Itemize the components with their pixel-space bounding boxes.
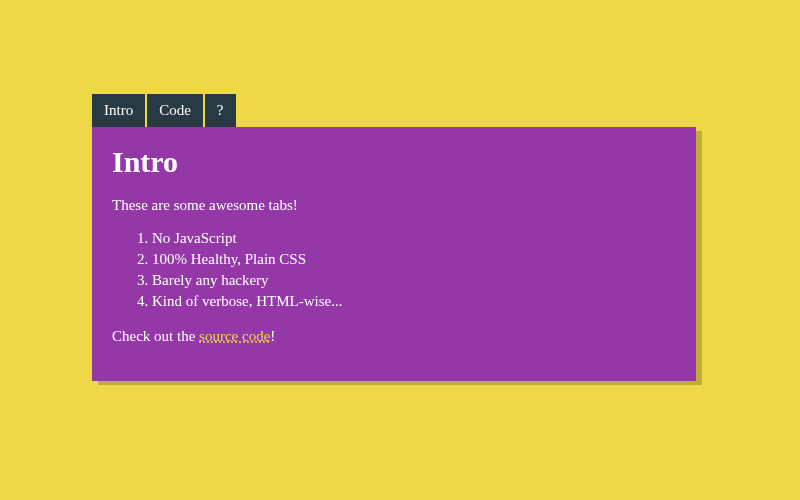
features-list: No JavaScript 100% Healthy, Plain CSS Ba…	[152, 228, 676, 312]
list-item: 100% Healthy, Plain CSS	[152, 249, 676, 270]
list-item: Barely any hackery	[152, 270, 676, 291]
panel-intro-text: These are some awesome tabs!	[112, 197, 676, 214]
tab-code[interactable]: Code	[147, 94, 203, 127]
source-code-link[interactable]: source code	[199, 328, 270, 344]
panel-heading: Intro	[112, 145, 676, 179]
closing-before: Check out the	[112, 328, 199, 344]
list-item: Kind of verbose, HTML-wise...	[152, 291, 676, 312]
list-item: No JavaScript	[152, 228, 676, 249]
tab-panel-intro: Intro These are some awesome tabs! No Ja…	[92, 127, 696, 381]
tab-bar: Intro Code ?	[92, 94, 800, 127]
closing-after: !	[270, 328, 275, 344]
closing-line: Check out the source code!	[112, 328, 676, 345]
tab-help[interactable]: ?	[205, 94, 236, 127]
tab-intro[interactable]: Intro	[92, 94, 145, 127]
